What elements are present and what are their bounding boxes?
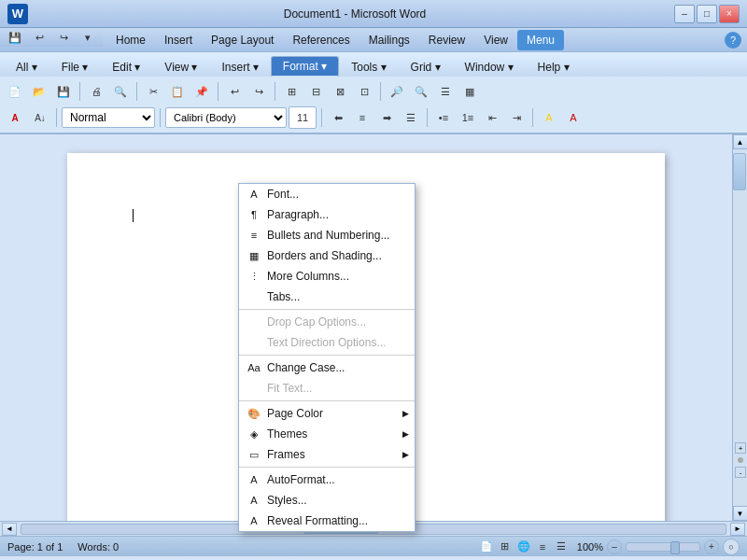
tb-b3[interactable]: ⊠ xyxy=(329,80,351,103)
scroll-left-button[interactable]: ◄ xyxy=(2,523,17,536)
tb-paste[interactable]: 📌 xyxy=(190,80,213,103)
tb-zoom-in[interactable]: 🔎 xyxy=(386,80,408,103)
menu-page-layout[interactable]: Page Layout xyxy=(202,30,283,50)
zoom-out-button[interactable]: – xyxy=(607,539,622,554)
ribbon-tab-edit[interactable]: Edit ▾ xyxy=(100,57,152,77)
ribbon-tab-view[interactable]: View ▾ xyxy=(152,57,209,77)
zoom-down-btn[interactable]: - xyxy=(735,467,746,478)
menu-reveal-formatting[interactable]: A Reveal Formatting... xyxy=(239,511,415,531)
menu-font[interactable]: A Font... xyxy=(239,184,415,204)
ribbon-tab-file[interactable]: File ▾ xyxy=(49,57,101,77)
menu-themes[interactable]: ◈ Themes xyxy=(239,424,415,444)
close-button[interactable]: × xyxy=(719,5,740,23)
title-bar: W Document1 - Microsoft Word – □ × xyxy=(0,0,747,28)
tabs-icon xyxy=(245,287,263,306)
scroll-up-button[interactable]: ▲ xyxy=(733,134,748,149)
menu-insert[interactable]: Insert xyxy=(155,30,202,50)
menu-menu[interactable]: Menu xyxy=(517,30,564,50)
tb-indent-inc[interactable]: ⇥ xyxy=(505,106,528,129)
ribbon-tab-all[interactable]: All ▾ xyxy=(4,57,49,77)
sep4 xyxy=(275,82,275,101)
redo-button[interactable]: ↪ xyxy=(52,26,75,49)
toolbar-row-2: A A↓ Normal Calibri (Body) 11 ⬅ ≡ ➡ ☰ •≡… xyxy=(4,105,743,131)
menu-pagecolor[interactable]: 🎨 Page Color xyxy=(239,403,415,424)
tb-b6[interactable]: ▦ xyxy=(458,80,481,103)
tb-list-num[interactable]: 1≡ xyxy=(457,106,479,129)
tb-fontcolor2[interactable]: A xyxy=(562,106,585,129)
zoom-percent-button[interactable]: ○ xyxy=(723,539,740,555)
ribbon-tab-grid[interactable]: Grid ▾ xyxy=(399,57,453,77)
restore-button[interactable]: □ xyxy=(697,5,717,23)
tb-justify[interactable]: ☰ xyxy=(400,106,422,129)
zoom-label: 100% xyxy=(577,541,603,553)
view-web[interactable]: 🌐 xyxy=(515,539,532,555)
zoom-in-button[interactable]: + xyxy=(704,539,719,554)
menu-styles[interactable]: A Styles... xyxy=(239,490,415,511)
scroll-thumb[interactable] xyxy=(733,153,746,190)
tb-align-left[interactable]: ⬅ xyxy=(327,106,349,129)
tb-font-size[interactable]: 11 xyxy=(289,106,317,129)
tb-b2[interactable]: ⊟ xyxy=(304,80,327,103)
tb-fontsize-dec[interactable]: A↓ xyxy=(29,106,51,129)
vertical-scrollbar: ▲ + - ▼ xyxy=(732,134,747,521)
tb-highlight[interactable]: A xyxy=(538,106,560,129)
status-bar: Page: 1 of 1 Words: 0 📄 ⊞ 🌐 ≡ ☰ 100% – +… xyxy=(0,536,747,556)
tb-b1[interactable]: ⊞ xyxy=(280,80,303,103)
tb-b4[interactable]: ⊡ xyxy=(353,80,375,103)
view-outline[interactable]: ≡ xyxy=(534,539,551,555)
tb-redo[interactable]: ↪ xyxy=(247,80,270,103)
tb-b5[interactable]: ☰ xyxy=(434,80,457,103)
zoom-slider-thumb[interactable] xyxy=(670,541,680,554)
menu-bullets[interactable]: ≡ Bullets and Numbering... xyxy=(239,225,415,245)
styles-icon: A xyxy=(245,491,263,510)
undo-button[interactable]: ↩ xyxy=(28,26,50,49)
title-bar-text: Document1 - Microsoft Word xyxy=(35,7,674,21)
tb-copy[interactable]: 📋 xyxy=(166,80,189,103)
tb-align-right[interactable]: ➡ xyxy=(375,106,398,129)
ribbon-tab-window[interactable]: Window ▾ xyxy=(453,57,526,77)
tb-new[interactable]: 📄 xyxy=(4,80,26,103)
save-button[interactable]: 💾 xyxy=(4,26,26,49)
tb-zoom-out[interactable]: 🔍 xyxy=(410,80,432,103)
view-print[interactable]: 📄 xyxy=(478,539,495,555)
menu-home[interactable]: Home xyxy=(106,30,155,50)
changecase-icon: Aa xyxy=(245,358,263,377)
scroll-right-button[interactable]: ► xyxy=(730,523,745,536)
menu-changecase[interactable]: Aa Change Case... xyxy=(239,357,415,378)
font-dropdown[interactable]: Calibri (Body) xyxy=(165,107,287,128)
view-full[interactable]: ⊞ xyxy=(497,539,514,555)
ribbon-tab-insert[interactable]: Insert ▾ xyxy=(210,57,271,77)
tb-open[interactable]: 📂 xyxy=(28,80,50,103)
zoom-slider[interactable] xyxy=(626,542,700,552)
menu-frames[interactable]: ▭ Frames xyxy=(239,444,415,465)
quick-access-dropdown[interactable]: ▾ xyxy=(77,26,99,49)
menu-bar: Home Insert Page Layout References Maili… xyxy=(103,28,725,52)
tb-print[interactable]: 🖨 xyxy=(85,80,107,103)
menu-references[interactable]: References xyxy=(283,30,359,50)
tb-indent-dec[interactable]: ⇤ xyxy=(481,106,503,129)
ribbon-tab-help[interactable]: Help ▾ xyxy=(526,57,582,77)
menu-view[interactable]: View xyxy=(474,30,517,50)
menu-mailings[interactable]: Mailings xyxy=(359,30,419,50)
menu-autoformat[interactable]: A AutoFormat... xyxy=(239,469,415,490)
ribbon-tab-tools[interactable]: Tools ▾ xyxy=(339,57,398,77)
zoom-up-btn[interactable]: + xyxy=(735,442,746,454)
menu-borders[interactable]: ▦ Borders and Shading... xyxy=(239,245,415,266)
tb-list-bullet[interactable]: •≡ xyxy=(432,106,455,129)
scroll-down-button[interactable]: ▼ xyxy=(733,506,748,521)
help-button[interactable]: ? xyxy=(725,32,741,49)
tb-align-center[interactable]: ≡ xyxy=(351,106,374,129)
menu-columns[interactable]: ⋮ More Columns... xyxy=(239,266,415,287)
menu-paragraph[interactable]: ¶ Paragraph... xyxy=(239,204,415,225)
tb-preview[interactable]: 🔍 xyxy=(109,80,132,103)
view-draft[interactable]: ☰ xyxy=(553,539,570,555)
tb-cut[interactable]: ✂ xyxy=(142,80,164,103)
tb-save[interactable]: 💾 xyxy=(52,80,75,103)
tb-fontcolor[interactable]: A xyxy=(4,106,26,129)
minimize-button[interactable]: – xyxy=(674,5,695,23)
ribbon-tab-format[interactable]: Format ▾ xyxy=(271,56,339,77)
menu-review[interactable]: Review xyxy=(419,30,474,50)
menu-tabs[interactable]: Tabs... xyxy=(239,287,415,307)
tb-undo[interactable]: ↩ xyxy=(223,80,246,103)
style-dropdown[interactable]: Normal xyxy=(62,107,155,128)
